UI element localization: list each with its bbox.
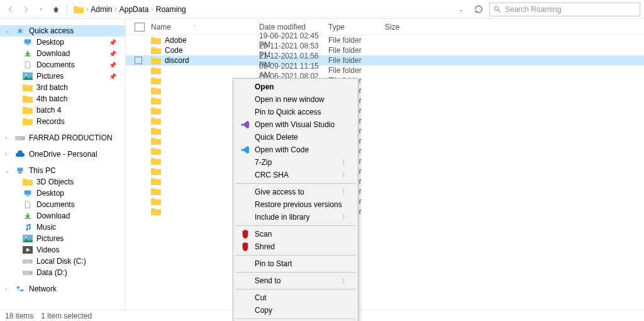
- file-row[interactable]: 05-08-2021 01:09 PM File folder: [126, 106, 644, 116]
- file-row[interactable]: H 23-07-2021 08:09 PM File folder: [126, 146, 644, 156]
- breadcrumb-segment[interactable]: AppData: [119, 5, 149, 14]
- menu-item-open-in-new-window[interactable]: Open in new window: [235, 93, 357, 106]
- breadcrumb[interactable]: › Admin › AppData › Roaming: [71, 3, 453, 16]
- file-name: Code: [165, 46, 183, 55]
- item-icon: [23, 269, 33, 276]
- column-header-name[interactable]: Name ˆ: [151, 23, 259, 31]
- sidebar-item[interactable]: Download: [0, 210, 125, 222]
- nav-back-button[interactable]: [4, 3, 18, 16]
- sidebar-item[interactable]: 3rd batch: [0, 82, 125, 93]
- breadcrumb-segment[interactable]: Roaming: [156, 5, 186, 14]
- file-row[interactable]: 23-07-2021 08:02 PM File folder: [126, 136, 644, 146]
- column-header-date[interactable]: Date modified: [259, 23, 328, 31]
- column-header-size[interactable]: Size: [385, 23, 423, 31]
- menu-item-send-to[interactable]: Send to〉: [235, 274, 357, 287]
- sidebar-item[interactable]: 4th batch: [0, 93, 125, 104]
- menu-item-copy[interactable]: Copy: [235, 304, 357, 317]
- sidebar-this-pc[interactable]: ⌄ This PC: [0, 165, 125, 176]
- file-row[interactable]: 19-06-2021 07:21 PM File folder: [126, 196, 644, 206]
- menu-item-pin-to-start[interactable]: Pin to Start: [235, 257, 357, 270]
- file-row[interactable]: 08-07-2021 10:46 AM File folder: [126, 126, 644, 136]
- pin-icon: 📌: [109, 50, 116, 57]
- nav-up-button[interactable]: [49, 3, 63, 16]
- sidebar-item[interactable]: Desktop📌: [0, 37, 125, 48]
- refresh-button[interactable]: [472, 3, 486, 16]
- sidebar-item[interactable]: Records: [0, 116, 125, 127]
- menu-item-open-with-code[interactable]: Open with Code: [235, 144, 357, 156]
- menu-item-pin-to-quick-access[interactable]: Pin to Quick access: [235, 106, 357, 118]
- sidebar-onedrive[interactable]: › OneDrive - Personal: [0, 149, 125, 160]
- menu-item-open-with-visual-studio[interactable]: Open with Visual Studio: [235, 118, 357, 131]
- sidebar-item[interactable]: Videos: [0, 244, 125, 256]
- folder-icon: [151, 107, 161, 115]
- sidebar-item-label: Documents: [36, 200, 75, 209]
- menu-item-shred[interactable]: Shred: [235, 240, 357, 253]
- sidebar-item[interactable]: Pictures📌: [0, 70, 125, 82]
- file-row[interactable]: 04-08-2021 12:38 PM File folder: [126, 156, 644, 166]
- sidebar-label: FARRAD PRODUCTION: [29, 133, 113, 142]
- menu-item-crc-sha[interactable]: CRC SHA〉: [235, 169, 357, 181]
- nav-forward-button[interactable]: [19, 3, 33, 16]
- file-list: Name ˆ Date modified Type Size Adobe 19-…: [126, 19, 644, 310]
- menu-item-7-zip[interactable]: 7-Zip〉: [235, 156, 357, 169]
- file-type: File folder: [328, 66, 385, 75]
- file-row[interactable]: 21-12-2021 09:00 AM File folder: [126, 166, 644, 176]
- item-icon: [23, 118, 33, 125]
- menu-item-give-access-to[interactable]: Give access to〉: [235, 186, 357, 198]
- sidebar-item[interactable]: Local Disk (C:): [0, 256, 125, 267]
- file-row[interactable]: Code 20-11-2021 08:53 PM File folder: [126, 45, 644, 55]
- menu-item-cut[interactable]: Cut: [235, 291, 357, 304]
- sidebar-item[interactable]: Music: [0, 222, 125, 233]
- sidebar-item[interactable]: Pictures: [0, 233, 125, 244]
- menu-item-quick-delete[interactable]: Quick Delete: [235, 131, 357, 144]
- breadcrumb-dropdown[interactable]: ⌄: [454, 3, 468, 16]
- item-icon: [23, 223, 33, 231]
- sidebar-item[interactable]: Desktop: [0, 188, 125, 199]
- sidebar-item[interactable]: Data (D:): [0, 267, 125, 278]
- file-row[interactable]: 20-06-2021 08:02 AM File folder: [126, 76, 644, 86]
- search-placeholder: Search Roaming: [505, 5, 561, 14]
- menu-item-label: Shred: [255, 242, 348, 251]
- file-row[interactable]: Adobe 19-06-2021 02:45 PM File folder: [126, 35, 644, 45]
- sidebar-item[interactable]: Documents: [0, 199, 125, 210]
- file-row[interactable]: 06-09-2021 11:15 AM File folder: [126, 65, 644, 76]
- sidebar-item[interactable]: batch 4: [0, 104, 125, 116]
- file-row[interactable]: 06-09-2021 01:11 PM File folder: [126, 206, 644, 217]
- file-row[interactable]: 16-11-2021 04:05 PM File folder: [126, 86, 644, 96]
- chevron-right-icon: ›: [151, 6, 153, 13]
- address-bar: ▾ › Admin › AppData › Roaming ⌄ Search R…: [0, 0, 644, 19]
- sidebar-item[interactable]: 3D Objects: [0, 176, 125, 188]
- file-row[interactable]: 13-12-2021 04:05 PM File folder: [126, 96, 644, 106]
- item-icon: [23, 189, 33, 197]
- menu-separator: [235, 183, 356, 184]
- sidebar-item-label: Pictures: [36, 72, 64, 81]
- nav-recent-dropdown[interactable]: ▾: [34, 3, 48, 16]
- select-all-checkbox[interactable]: [135, 23, 145, 31]
- folder-icon: [151, 117, 161, 125]
- menu-item-scan[interactable]: Scan: [235, 228, 357, 240]
- sidebar-farrad[interactable]: › FARRAD PRODUCTION: [0, 132, 125, 144]
- menu-item-open[interactable]: Open: [235, 81, 357, 93]
- menu-item-include-in-library[interactable]: Include in library〉: [235, 211, 357, 223]
- search-input[interactable]: Search Roaming: [489, 3, 640, 16]
- sidebar-quick-access[interactable]: ⌄ Quick access: [0, 25, 125, 37]
- sidebar-item-label: Desktop: [36, 189, 64, 198]
- menu-item-label: Open in new window: [255, 95, 348, 104]
- column-header-type[interactable]: Type: [328, 23, 385, 31]
- item-icon: [23, 235, 33, 242]
- breadcrumb-segment[interactable]: Admin: [91, 5, 112, 14]
- menu-item-label: Open: [255, 82, 348, 91]
- drive-icon: [15, 134, 25, 142]
- sidebar-item[interactable]: Documents📌: [0, 59, 125, 70]
- file-row[interactable]: discord 21-12-2021 01:56 PM File folder: [126, 55, 644, 65]
- mcafee-icon: [241, 230, 250, 239]
- sidebar-item[interactable]: Download📌: [0, 48, 125, 59]
- sidebar-network[interactable]: › Network: [0, 283, 125, 295]
- file-row[interactable]: 19-06-2021 03:23 PM File folder: [126, 116, 644, 126]
- sidebar-label: Quick access: [29, 26, 74, 35]
- row-checkbox[interactable]: [135, 57, 142, 64]
- menu-item-restore-previous-versions[interactable]: Restore previous versions: [235, 198, 357, 211]
- file-row[interactable]: 23-08-2021 11:19 AM File folder: [126, 186, 644, 196]
- file-row[interactable]: 16-08-2021 02:32 PM File folder: [126, 176, 644, 186]
- status-selection: 1 item selected: [41, 312, 92, 320]
